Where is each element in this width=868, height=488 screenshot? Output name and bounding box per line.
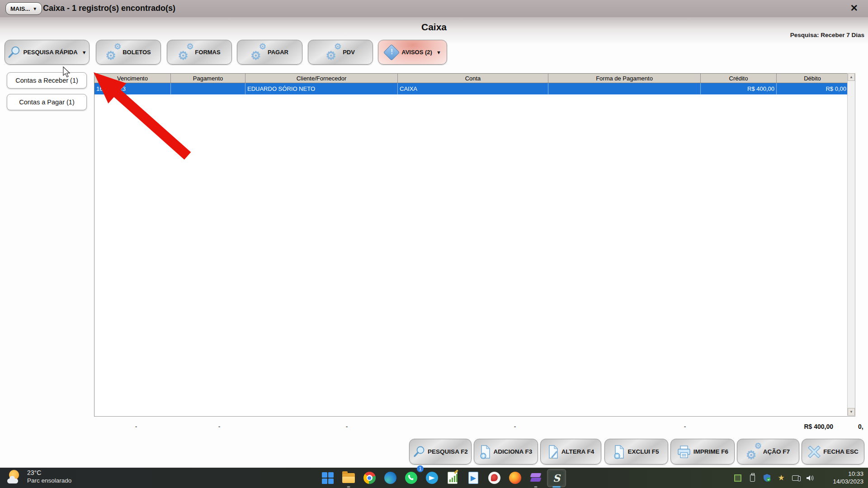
column-header-forma-de-pagamento[interactable]: Forma de Pagamento <box>548 74 701 83</box>
pesquisa-f2-button[interactable]: PESQUISA F2 <box>409 439 472 465</box>
column-header-debito[interactable]: Débito <box>777 74 848 83</box>
pdv-button[interactable]: ⚙⚙ PDV <box>308 40 373 65</box>
mais-menu-button[interactable]: MAIS... ▼ <box>5 2 42 15</box>
file-explorer-button[interactable] <box>338 468 359 488</box>
erp-app-button-active[interactable]: S <box>546 468 567 488</box>
document-share-app-button[interactable] <box>463 468 484 488</box>
edge-icon <box>384 472 396 484</box>
pdv-label: PDV <box>343 49 355 56</box>
cell-credito: R$ 400,00 <box>701 83 777 94</box>
pesquisa-rapida-button[interactable]: PESQUISA RÁPIDA ▼ <box>5 40 90 65</box>
telegram-button[interactable] <box>421 468 442 488</box>
boletos-button[interactable]: ⚙⚙ BOLETOS <box>96 40 161 65</box>
warning-diamond-icon: ! <box>384 45 399 60</box>
exclui-f5-button[interactable]: EXCLUI F5 <box>604 439 668 465</box>
finance-app-button[interactable] <box>442 468 463 488</box>
adiciona-f3-label: ADICIONA F3 <box>494 448 533 455</box>
avisos-button[interactable]: ! AVISOS (2) ▼ <box>378 40 447 65</box>
cell-vencimento: 16/03/2023 <box>94 83 171 94</box>
edge-button[interactable] <box>380 468 401 488</box>
chevron-down-icon: ▼ <box>436 50 441 55</box>
document-arrow-icon <box>468 472 478 484</box>
firefox-button[interactable] <box>505 468 525 488</box>
windows-taskbar: 23°C Parc ensolarado 1 <box>0 468 868 488</box>
volume-icon[interactable] <box>806 474 815 483</box>
page-title: Caixa <box>0 22 868 33</box>
pagar-button[interactable]: ⚙⚙ PAGAR <box>237 40 302 65</box>
clock-time: 10:33 <box>833 470 863 478</box>
records-table: Vencimento Pagamento Cliente/Fornecedor … <box>94 73 855 417</box>
menu-item-contas-a-pagar[interactable]: Contas a Pagar (1) <box>7 94 87 110</box>
column-header-conta[interactable]: Conta <box>398 74 548 83</box>
printer-icon <box>677 445 691 459</box>
pesquisa-f2-label: PESQUISA F2 <box>428 448 468 455</box>
altera-f4-label: ALTERA F4 <box>561 448 594 455</box>
total-pagamento: - <box>216 423 222 430</box>
windows-logo-icon <box>322 472 334 484</box>
table-header-row: Vencimento Pagamento Cliente/Fornecedor … <box>94 73 848 83</box>
formas-button[interactable]: ⚙⚙ FORMAS <box>167 40 232 65</box>
vertical-scrollbar[interactable]: ▲ ▼ <box>847 73 855 416</box>
weather-condition: Parc ensolarado <box>27 477 71 485</box>
fecha-esc-button[interactable]: FECHA ESC <box>802 439 864 465</box>
column-header-pagamento[interactable]: Pagamento <box>171 74 245 83</box>
total-debito-clipped: 0, <box>858 423 868 430</box>
imprime-f6-label: IMPRIME F6 <box>693 448 728 455</box>
gears-icon: ⚙⚙ <box>106 45 120 60</box>
imprime-f6-button[interactable]: IMPRIME F6 <box>670 439 735 465</box>
scroll-up-arrow[interactable]: ▲ <box>848 73 855 81</box>
formas-label: FORMAS <box>195 49 220 56</box>
folder-icon <box>342 473 355 483</box>
taskbar-weather-widget[interactable]: 23°C Parc ensolarado <box>6 469 71 485</box>
partly-sunny-icon <box>6 469 23 485</box>
fecha-esc-label: FECHA ESC <box>823 448 859 455</box>
menu-item-contas-a-receber[interactable]: Contas a Receber (1) <box>7 72 87 89</box>
altera-f4-button[interactable]: ALTERA F4 <box>540 439 601 465</box>
clock-date: 14/03/2023 <box>833 478 863 485</box>
window-titlebar: MAIS... ▼ Caixa - 1 registro(s) encontra… <box>0 0 868 17</box>
caixa-window: MAIS... ▼ Caixa - 1 registro(s) encontra… <box>0 0 868 488</box>
exclui-f5-label: EXCLUI F5 <box>627 448 659 455</box>
chevron-down-icon: ▼ <box>33 6 37 11</box>
favorites-star-icon[interactable]: ★ <box>777 474 786 483</box>
search-scope-label: Pesquisa: Receber 7 Dias <box>790 32 864 38</box>
whatsapp-button[interactable]: 1 <box>401 468 421 488</box>
erp-logo-icon: S <box>549 471 564 485</box>
menu-item-label: Contas a Pagar (1) <box>19 99 75 106</box>
windows-security-shield-icon[interactable] <box>762 474 771 483</box>
phone-link-icon[interactable] <box>791 474 800 483</box>
cell-conta: CAIXA <box>398 83 548 94</box>
table-row-selected[interactable]: 16/03/2023 EDUARDO SÓRIO NETO CAIXA R$ 4… <box>94 83 848 94</box>
gears-icon: ⚙⚙ <box>326 45 340 60</box>
column-header-vencimento[interactable]: Vencimento <box>94 74 171 83</box>
remote-access-icon[interactable] <box>733 474 742 483</box>
usb-device-icon[interactable] <box>748 474 757 483</box>
weather-temp: 23°C <box>27 469 71 477</box>
firefox-icon <box>509 472 521 484</box>
magnifier-icon <box>413 446 425 458</box>
pagar-label: PAGAR <box>268 49 288 56</box>
scroll-down-arrow[interactable]: ▼ <box>848 408 855 416</box>
close-window-button[interactable]: ✕ <box>850 3 858 14</box>
gears-icon: ⚙⚙ <box>251 45 265 60</box>
acao-f7-button[interactable]: ⚙⚙ AÇÃO F7 <box>737 439 799 465</box>
avisos-label: AVISOS (2) <box>401 49 432 56</box>
video-editor-icon <box>530 472 542 484</box>
total-vencimento: - <box>133 423 139 430</box>
clipchamp-button[interactable] <box>525 468 546 488</box>
taskbar-app-icons: 1 S <box>317 468 567 488</box>
document-x-icon <box>613 445 625 459</box>
cell-forma-de-pagamento <box>548 83 701 94</box>
taskbar-clock[interactable]: 10:33 14/03/2023 <box>833 470 863 485</box>
close-x-icon <box>807 445 821 459</box>
finance-chart-icon <box>448 472 458 484</box>
menu-item-label: Contas a Receber (1) <box>15 77 78 84</box>
column-header-cliente-fornecedor[interactable]: Cliente/Fornecedor <box>245 74 398 83</box>
window-title: Caixa - 1 registro(s) encontrado(s) <box>43 4 175 13</box>
column-header-credito[interactable]: Crédito <box>701 74 777 83</box>
chrome-button[interactable] <box>359 468 380 488</box>
red-browser-app-button[interactable] <box>484 468 505 488</box>
adiciona-f3-button[interactable]: ADICIONA F3 <box>474 439 538 465</box>
start-button[interactable] <box>317 468 338 488</box>
pesquisa-rapida-label: PESQUISA RÁPIDA <box>23 49 77 56</box>
